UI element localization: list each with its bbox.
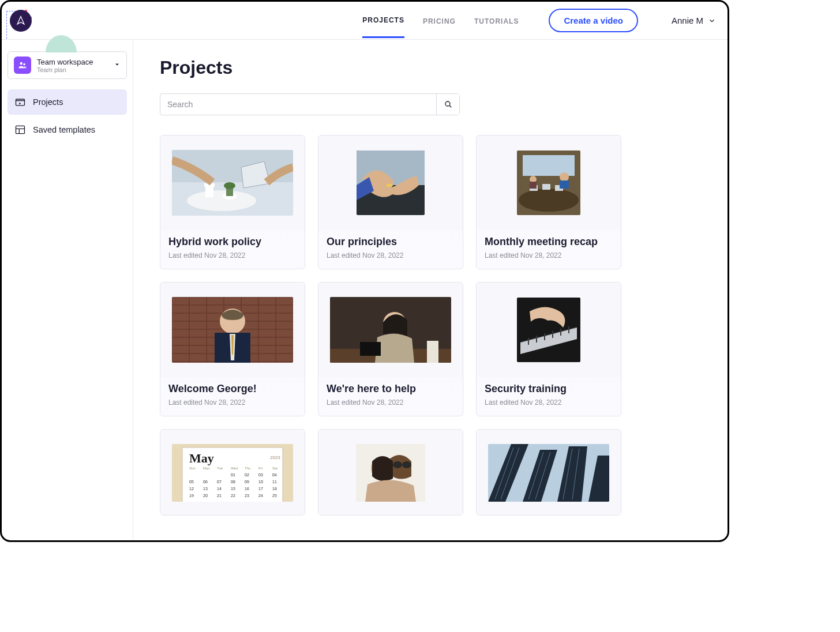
svg-rect-25 xyxy=(530,182,537,189)
svg-text:Wed: Wed xyxy=(231,467,238,470)
search-button[interactable] xyxy=(436,94,459,115)
logo-icon xyxy=(10,10,32,32)
workspace-selector[interactable]: Team workspace Team plan xyxy=(7,51,127,79)
svg-point-1 xyxy=(23,63,25,66)
sidebar-item-label: Projects xyxy=(33,97,63,107)
svg-rect-17 xyxy=(523,155,575,176)
project-card[interactable]: Security training Last edited Nov 28, 20… xyxy=(476,282,621,416)
nav-projects[interactable]: PROJECTS xyxy=(362,16,404,38)
nav: PROJECTS PRICING TUTORIALS Create a vide… xyxy=(362,9,716,32)
project-date: Last edited Nov 28, 2022 xyxy=(168,251,297,259)
svg-rect-20 xyxy=(542,184,550,190)
projects-icon xyxy=(14,96,26,108)
project-card[interactable]: We're here to help Last edited Nov 28, 2… xyxy=(318,282,463,416)
svg-text:14: 14 xyxy=(217,487,222,491)
project-title: Hybrid work policy xyxy=(168,236,297,248)
chevron-down-icon xyxy=(708,17,716,25)
logo[interactable] xyxy=(4,10,62,32)
svg-text:05: 05 xyxy=(189,480,194,484)
svg-text:20: 20 xyxy=(203,494,208,498)
project-card[interactable]: May 2023 SunMonTueWedThuFriSat 01020304 … xyxy=(160,429,305,516)
project-date: Last edited Nov 28, 2022 xyxy=(327,398,455,407)
sidebar: Team workspace Team plan Projects Saved … xyxy=(2,40,133,540)
svg-text:23: 23 xyxy=(245,494,249,498)
svg-rect-23 xyxy=(560,180,569,189)
sidebar-item-saved-templates[interactable]: Saved templates xyxy=(7,117,127,142)
create-video-button[interactable]: Create a video xyxy=(549,9,638,32)
project-card[interactable] xyxy=(318,429,463,516)
search-bar xyxy=(160,93,460,115)
svg-text:12: 12 xyxy=(189,487,194,491)
svg-text:10: 10 xyxy=(258,480,263,484)
project-title: We're here to help xyxy=(327,383,455,395)
svg-text:22: 22 xyxy=(231,494,235,498)
svg-text:09: 09 xyxy=(245,480,249,484)
svg-text:13: 13 xyxy=(203,487,208,491)
nav-pricing[interactable]: PRICING xyxy=(423,17,456,37)
svg-text:2023: 2023 xyxy=(270,455,280,460)
svg-text:Sat: Sat xyxy=(272,467,278,470)
svg-text:15: 15 xyxy=(231,487,235,491)
topbar: PROJECTS PRICING TUTORIALS Create a vide… xyxy=(2,2,727,40)
svg-point-18 xyxy=(519,189,579,212)
svg-rect-35 xyxy=(427,341,438,363)
user-menu[interactable]: Annie M xyxy=(672,16,716,25)
svg-text:25: 25 xyxy=(272,494,277,498)
templates-icon xyxy=(14,124,26,136)
sidebar-item-projects[interactable]: Projects xyxy=(7,89,127,115)
svg-text:17: 17 xyxy=(258,487,263,491)
project-date: Last edited Nov 28, 2022 xyxy=(327,251,455,259)
project-card[interactable] xyxy=(476,429,621,516)
workspace-title: Team workspace xyxy=(37,58,108,66)
svg-text:08: 08 xyxy=(231,480,235,484)
caret-down-icon xyxy=(114,60,121,70)
svg-rect-15 xyxy=(387,184,392,187)
svg-text:Thu: Thu xyxy=(245,467,250,470)
project-card[interactable]: Hybrid work policy Last edited Nov 28, 2… xyxy=(160,135,305,269)
svg-text:01: 01 xyxy=(231,473,235,477)
svg-text:18: 18 xyxy=(272,487,277,491)
project-card[interactable]: Our principles Last edited Nov 28, 2022 xyxy=(318,135,463,269)
svg-rect-3 xyxy=(16,126,25,133)
search-input[interactable] xyxy=(160,94,436,115)
user-name: Annie M xyxy=(672,16,703,25)
svg-text:03: 03 xyxy=(258,473,263,477)
svg-text:06: 06 xyxy=(203,480,208,484)
app-frame: PROJECTS PRICING TUTORIALS Create a vide… xyxy=(0,0,729,542)
svg-text:19: 19 xyxy=(189,494,194,498)
project-card[interactable]: Monthly meeting recap Last edited Nov 28… xyxy=(476,135,621,269)
svg-point-4 xyxy=(445,101,450,106)
project-title: Our principles xyxy=(327,236,455,248)
project-title: Welcome George! xyxy=(168,383,297,395)
svg-text:16: 16 xyxy=(245,487,249,491)
svg-point-7 xyxy=(187,190,256,211)
project-date: Last edited Nov 28, 2022 xyxy=(168,398,297,407)
body: Team workspace Team plan Projects Saved … xyxy=(2,40,727,540)
svg-point-12 xyxy=(224,182,235,189)
svg-text:Mon: Mon xyxy=(203,467,210,470)
svg-text:11: 11 xyxy=(272,480,277,484)
project-grid: Hybrid work policy Last edited Nov 28, 2… xyxy=(160,135,706,516)
svg-text:24: 24 xyxy=(258,494,263,498)
svg-point-22 xyxy=(560,172,569,182)
svg-text:Fri: Fri xyxy=(258,467,262,470)
svg-rect-2 xyxy=(16,99,25,106)
nav-tutorials[interactable]: TUTORIALS xyxy=(474,17,519,37)
svg-text:04: 04 xyxy=(272,473,277,477)
team-icon xyxy=(14,57,31,74)
svg-text:Tue: Tue xyxy=(217,467,223,470)
svg-text:21: 21 xyxy=(217,494,222,498)
svg-rect-11 xyxy=(226,188,233,196)
svg-text:07: 07 xyxy=(217,480,222,484)
project-card[interactable]: Welcome George! Last edited Nov 28, 2022 xyxy=(160,282,305,416)
svg-point-82 xyxy=(393,461,402,468)
svg-text:02: 02 xyxy=(245,473,249,477)
project-title: Monthly meeting recap xyxy=(485,236,613,248)
svg-text:Sun: Sun xyxy=(189,467,196,470)
project-date: Last edited Nov 28, 2022 xyxy=(485,251,613,259)
page-title: Projects xyxy=(160,57,706,78)
svg-point-0 xyxy=(20,62,23,65)
project-title: Security training xyxy=(485,383,613,395)
search-icon xyxy=(444,100,453,109)
sidebar-item-label: Saved templates xyxy=(33,125,95,134)
